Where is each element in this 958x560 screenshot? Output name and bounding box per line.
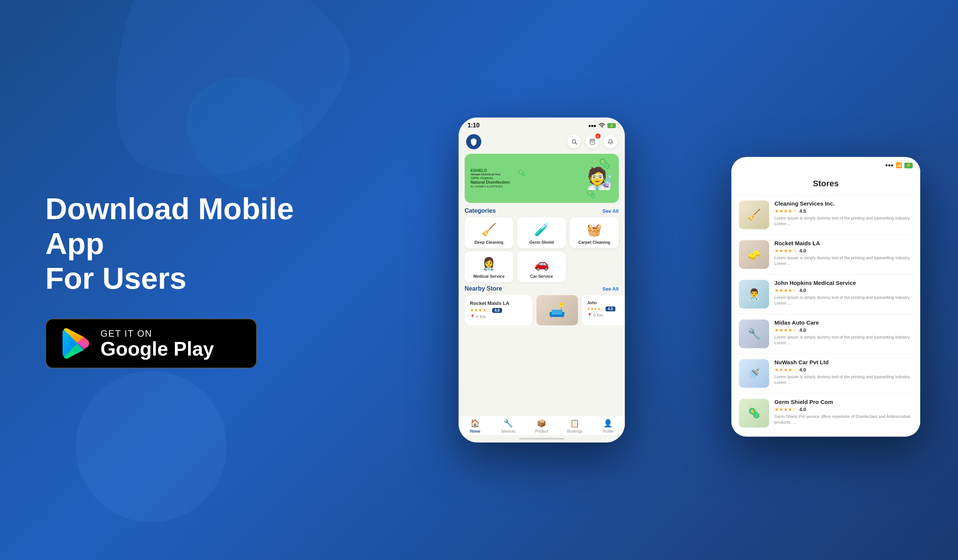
carpet-cleaning-label: Carpet Cleaning [578, 240, 610, 244]
headline-line2: For Users [45, 262, 186, 295]
status-icons: ●●● ⚡ [588, 122, 616, 129]
right-section: ●●● 📶 ⚡ Stores 🧹 Cleaning Services Inc. [440, 23, 913, 537]
car-service-label: Car Service [530, 274, 553, 279]
categories-row-2: 👩‍⚕️ Medical Service 🚗 Car Service [458, 251, 625, 285]
category-car-service[interactable]: 🚗 Car Service [517, 251, 566, 282]
search-button[interactable] [568, 135, 581, 149]
secondary-status-bar: ●●● 📶 ⚡ [731, 157, 920, 171]
profile-label: Profile [603, 429, 613, 433]
category-germ-shield[interactable]: 🧪 Germ Shield [517, 217, 566, 248]
google-play-icon [61, 328, 91, 359]
medical-service-icon: 👩‍⚕️ [481, 257, 496, 271]
main-container: Download Mobile App For Users [0, 0, 958, 560]
category-deep-cleaning[interactable]: 🧹 Deep Cleaning [465, 217, 513, 248]
store-desc-4: Lorem Ipsum is simply dummy text of the … [774, 335, 913, 346]
store-info-2: Rocket Maids LA ★★★★☆ 4.0 Lorem Ipsum is… [774, 240, 913, 267]
svg-line-1 [575, 143, 577, 144]
germ-shield-icon: 🧪 [534, 222, 549, 237]
banner-brand: ESHIELD [471, 168, 510, 173]
deep-cleaning-icon: 🧹 [481, 222, 496, 237]
nav-profile[interactable]: 👤 Profile [592, 419, 625, 433]
banner-line3: Natural Disinfection [471, 180, 510, 185]
car-service-icon: 🚗 [534, 257, 549, 271]
google-play-button[interactable]: GET IT ON Google Play [45, 319, 257, 368]
nav-product[interactable]: 📦 Product [525, 419, 558, 433]
phone-inner: 1:10 ●●● ⚡ [458, 117, 625, 443]
wifi-icon [598, 122, 605, 129]
store-rating-1: ★★★★☆ 4.5 [774, 208, 913, 214]
nav-bookings[interactable]: 📋 Bookings [558, 419, 592, 433]
bookings-label: Bookings [567, 429, 582, 433]
store-name-1: Cleaning Services Inc. [774, 200, 913, 207]
stars-3: ★★★★☆ [774, 287, 797, 293]
store-list-item: 👨‍⚕️ John Hopkins Medical Service ★★★★☆ … [731, 274, 920, 314]
store-rating-6: ★★★★☆ 4.0 [774, 406, 913, 412]
store-stars-2: ★★★★☆ [587, 307, 604, 311]
stars-1: ★★★★☆ [774, 208, 797, 214]
rating-num-5: 4.0 [799, 367, 806, 373]
store-list-item: 🦠 Germ Shield Pro Com ★★★★☆ 4.0 Germ Shi… [731, 393, 920, 433]
store-desc-5: Lorem Ipsum is simply dummy text of the … [774, 374, 913, 386]
categories-row-1: 🧹 Deep Cleaning 🧪 Germ Shield 🧺 Carpet C… [458, 217, 625, 251]
category-carpet-cleaning[interactable]: 🧺 Carpet Cleaning [569, 217, 619, 248]
category-medical-service[interactable]: 👩‍⚕️ Medical Service [465, 251, 513, 282]
store-thumb-6: 🦠 [739, 399, 769, 427]
app-logo [466, 134, 481, 149]
store-rating-3: ★★★★☆ 4.0 [774, 287, 913, 293]
app-header: 1 [458, 131, 625, 154]
categories-title: Categories [465, 208, 496, 214]
categories-see-all[interactable]: See All [603, 208, 619, 214]
cart-button[interactable]: 1 [585, 135, 599, 149]
main-status-bar: 1:10 ●●● ⚡ [458, 117, 625, 131]
secondary-status-icons: ●●● 📶 ⚡ [885, 162, 913, 168]
home-icon: 🏠 [470, 419, 480, 428]
nearby-store-header: Nearby Store See All [458, 285, 625, 295]
nearby-store-card-2[interactable]: John ★★★★☆ 4.0 📍 0 Km [582, 295, 625, 325]
categories-section-header: Categories See All [458, 208, 625, 217]
cart-icon [589, 139, 595, 145]
rating-num-3: 4.0 [799, 287, 806, 293]
store-info-1: Cleaning Services Inc. ★★★★☆ 4.5 Lorem I… [774, 200, 913, 227]
bell-button[interactable] [604, 135, 617, 149]
store-rating-2: ★★★★☆ 4.0 [774, 248, 913, 254]
bottom-nav: 🏠 Home 🔧 Services 📦 Product 📋 Bookings [458, 415, 625, 435]
virus-decor-3: 🦠 [517, 169, 526, 177]
store-list-item: 🧽 Rocket Maids LA ★★★★☆ 4.0 Lorem Ipsum … [731, 235, 920, 274]
nearby-store-thumb-1: 🛋️ [536, 295, 578, 325]
store-rating-num-1: 4.0 [492, 308, 502, 313]
banner-line1: Herbal Chemical free [471, 173, 510, 176]
rating-num-6: 4.0 [799, 406, 806, 412]
headline-line1: Download Mobile App [45, 192, 294, 260]
nearby-see-all[interactable]: See All [603, 286, 619, 292]
stores-title: Stores [739, 179, 913, 189]
profile-icon: 👤 [603, 419, 613, 428]
store-thumb-2: 🧽 [739, 240, 769, 269]
google-play-label: Google Play [100, 339, 214, 359]
germ-shield-label: Germ Shield [529, 240, 554, 244]
services-label: Services [501, 429, 515, 433]
store-name-4: Midas Auto Care [774, 319, 913, 326]
store-stars-1: ★★★★☆ [470, 308, 491, 313]
nav-home[interactable]: 🏠 Home [458, 419, 492, 433]
stores-screen-header: Stores [731, 171, 920, 195]
rating-num-2: 4.0 [799, 248, 806, 254]
store-name-2: Rocket Maids LA [774, 240, 913, 246]
phone-main: 1:10 ●●● ⚡ [458, 117, 625, 443]
store-card-name-2: John [587, 300, 625, 305]
store-info-4: Midas Auto Care ★★★★☆ 4.0 Lorem Ipsum is… [774, 319, 913, 346]
store-name-6: Germ Shield Pro Com [774, 399, 913, 405]
store-rating-4: ★★★★☆ 4.0 [774, 327, 913, 333]
store-distance-1: 📍 0 Km [470, 314, 527, 319]
home-indicator [519, 438, 565, 439]
product-label: Product [535, 429, 548, 433]
store-thumb-3: 👨‍⚕️ [739, 280, 769, 308]
store-desc-1: Lorem Ipsum is simply dummy text of the … [774, 216, 913, 227]
nearby-store-title: Nearby Store [465, 285, 503, 292]
bookings-icon: 📋 [570, 419, 579, 428]
store-info-5: NuWash Car Pvt Ltd ★★★★☆ 4.0 Lorem Ipsum… [774, 359, 913, 386]
home-indicator-area [458, 435, 625, 443]
store-thumb-1: 🧹 [739, 200, 769, 229]
banner-figure: 🧑‍🔬 [586, 166, 613, 191]
nearby-store-card-1[interactable]: Rocket Maids LA ★★★★☆ 4.0 📍 0 Km [465, 295, 533, 325]
nav-services[interactable]: 🔧 Services [492, 419, 525, 433]
